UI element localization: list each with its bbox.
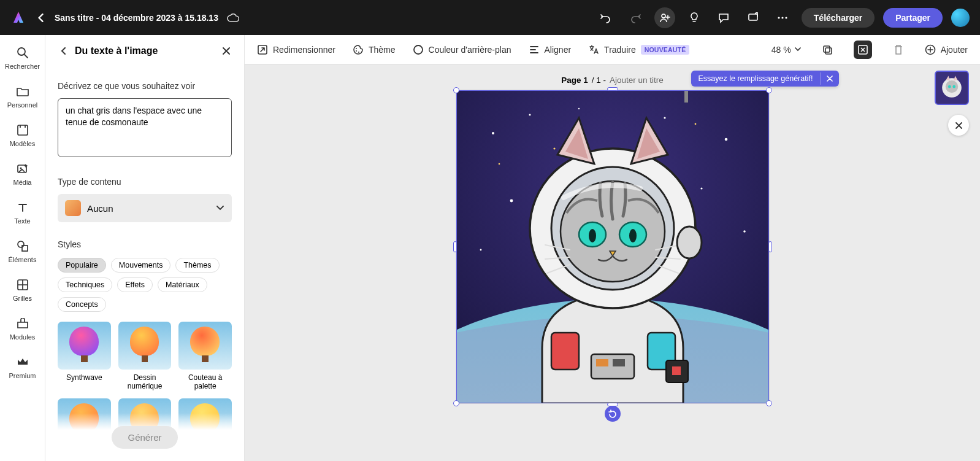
resize-handle-tr[interactable] bbox=[766, 87, 772, 93]
delete-icon[interactable] bbox=[889, 41, 908, 59]
resize-handle-mr[interactable] bbox=[768, 241, 772, 252]
app-logo[interactable] bbox=[10, 10, 26, 26]
add-user-icon[interactable] bbox=[654, 7, 675, 28]
page-title-input[interactable]: Ajouter un titre bbox=[610, 76, 664, 85]
resize-tool[interactable]: Redimensionner bbox=[257, 44, 335, 55]
close-callout-icon[interactable] bbox=[820, 72, 839, 85]
svg-point-5 bbox=[18, 48, 25, 55]
document-title[interactable]: Sans titre - 04 décembre 2023 à 15.18.13 bbox=[55, 13, 218, 23]
nav-models[interactable]: Modèles bbox=[0, 123, 45, 147]
back-icon[interactable] bbox=[35, 12, 46, 23]
prompt-input[interactable] bbox=[58, 98, 232, 157]
describe-label: Décrivez ce que vous souhaitez voir bbox=[58, 81, 232, 91]
nav-label: Texte bbox=[14, 217, 30, 225]
nav-text[interactable]: Texte bbox=[0, 201, 45, 225]
style-name: Couteau à palette bbox=[178, 373, 232, 391]
svg-rect-17 bbox=[824, 46, 830, 52]
text-icon bbox=[16, 201, 29, 214]
folder-icon bbox=[16, 85, 29, 98]
tips-icon[interactable] bbox=[684, 7, 705, 28]
style-option[interactable] bbox=[58, 322, 111, 370]
svg-rect-6 bbox=[18, 125, 28, 135]
duplicate-page-icon[interactable] bbox=[818, 41, 836, 59]
nav-personal[interactable]: Personnel bbox=[0, 85, 45, 109]
crown-icon bbox=[16, 355, 29, 369]
align-icon bbox=[529, 44, 540, 55]
style-chip-effets[interactable]: Effets bbox=[117, 277, 153, 292]
comment-icon[interactable] bbox=[713, 7, 734, 28]
ai-tool-icon[interactable] bbox=[854, 41, 872, 59]
theme-tool[interactable]: Thème bbox=[353, 44, 396, 55]
add-page-tool[interactable]: Ajouter bbox=[925, 44, 968, 55]
tool-label: Ajouter bbox=[941, 45, 968, 55]
style-chip-thèmes[interactable]: Thèmes bbox=[175, 258, 219, 273]
resize-handle-tl[interactable] bbox=[453, 87, 459, 93]
page-indicator: Page 1 bbox=[561, 76, 588, 85]
tool-label: Thème bbox=[369, 45, 396, 55]
user-avatar[interactable] bbox=[951, 9, 970, 27]
style-chip-mouvements[interactable]: Mouvements bbox=[111, 258, 171, 273]
close-thumbnails-icon[interactable] bbox=[948, 115, 969, 136]
new-badge: NOUVEAUTÉ bbox=[641, 45, 690, 55]
svg-point-55 bbox=[952, 85, 955, 88]
page-thumbnail[interactable] bbox=[935, 71, 969, 105]
svg-rect-18 bbox=[825, 48, 832, 54]
translate-tool[interactable]: Traduire NOUVEAUTÉ bbox=[588, 44, 689, 55]
zoom-control[interactable]: 48 % bbox=[771, 45, 801, 55]
panel-back-icon[interactable] bbox=[58, 45, 69, 56]
resize-handle-bl[interactable] bbox=[453, 400, 459, 406]
svg-point-13 bbox=[356, 48, 357, 49]
svg-point-14 bbox=[356, 50, 357, 52]
content-type-thumbnail-icon bbox=[65, 200, 81, 216]
style-option[interactable] bbox=[118, 322, 172, 370]
svg-point-16 bbox=[414, 45, 423, 54]
nav-media[interactable]: Média bbox=[0, 162, 45, 186]
generate-button[interactable]: Générer bbox=[112, 426, 177, 449]
content-type-select[interactable]: Aucun bbox=[58, 194, 232, 222]
style-chip-matériaux[interactable]: Matériaux bbox=[158, 277, 207, 292]
chevron-down-icon bbox=[795, 47, 801, 52]
undo-icon[interactable] bbox=[595, 7, 616, 28]
reset-history-icon[interactable] bbox=[605, 406, 621, 422]
resize-handle-br[interactable] bbox=[766, 400, 772, 406]
present-icon[interactable] bbox=[743, 7, 764, 28]
panel-close-icon[interactable] bbox=[221, 45, 232, 56]
selection-box[interactable] bbox=[456, 90, 769, 403]
nav-label: Personnel bbox=[7, 101, 38, 109]
more-icon[interactable] bbox=[772, 7, 793, 28]
grid-icon bbox=[16, 278, 29, 292]
redo-icon[interactable] bbox=[625, 7, 646, 28]
nav-label: Premium bbox=[9, 372, 36, 379]
nav-elements[interactable]: Éléments bbox=[0, 239, 45, 263]
svg-rect-1 bbox=[749, 14, 757, 20]
resize-handle-ml[interactable] bbox=[453, 241, 457, 252]
cloud-sync-icon[interactable] bbox=[227, 12, 239, 24]
style-option[interactable] bbox=[178, 322, 232, 370]
resize-handle-mt[interactable] bbox=[607, 87, 618, 91]
palette-icon bbox=[353, 44, 364, 55]
circle-icon bbox=[413, 44, 424, 55]
generative-fill-text[interactable]: Essayez le remplissage génératif! bbox=[691, 71, 821, 87]
style-chip-techniques[interactable]: Techniques bbox=[58, 277, 112, 292]
content-type-label: Type de contenu bbox=[58, 177, 232, 187]
bgcolor-tool[interactable]: Couleur d'arrière-plan bbox=[413, 44, 511, 55]
align-tool[interactable]: Aligner bbox=[529, 44, 572, 55]
nav-label: Rechercher bbox=[5, 63, 40, 70]
download-button[interactable]: Télécharger bbox=[802, 8, 875, 28]
nav-modules[interactable]: Modules bbox=[0, 317, 45, 341]
addon-icon bbox=[16, 317, 29, 330]
zoom-value: 48 % bbox=[771, 45, 791, 55]
canvas-toolbar: Redimensionner Thème Couleur d'arrière-p… bbox=[245, 35, 980, 64]
canvas-artboard[interactable] bbox=[456, 90, 769, 403]
shapes-icon bbox=[16, 239, 29, 253]
nav-grids[interactable]: Grilles bbox=[0, 278, 45, 302]
nav-search[interactable]: Rechercher bbox=[0, 46, 45, 70]
translate-icon bbox=[588, 44, 599, 55]
style-chip-populaire[interactable]: Populaire bbox=[58, 258, 106, 273]
generative-fill-callout: Essayez le remplissage génératif! bbox=[691, 71, 840, 87]
style-chip-concepts[interactable]: Concepts bbox=[58, 297, 106, 312]
share-button[interactable]: Partager bbox=[883, 8, 943, 28]
svg-point-15 bbox=[358, 52, 359, 53]
nav-premium[interactable]: Premium bbox=[0, 355, 45, 379]
left-nav: Rechercher Personnel Modèles Média Texte… bbox=[0, 35, 45, 461]
